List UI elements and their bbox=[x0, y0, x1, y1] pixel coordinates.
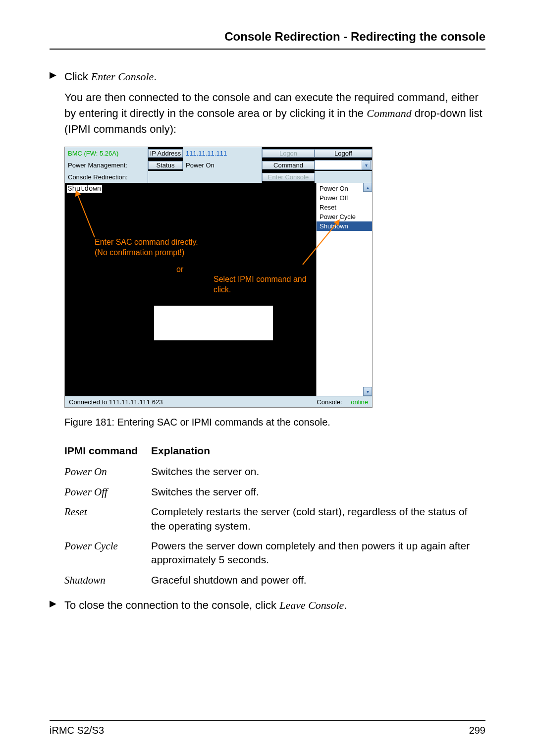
annot-line: (No confirmation prompt!) bbox=[95, 248, 198, 258]
exp-cell: Completely restarts the server (cold sta… bbox=[151, 502, 485, 536]
annotation-ipmi: Select IPMI command and click. bbox=[214, 274, 307, 295]
chevron-down-icon[interactable]: ▾ bbox=[362, 161, 371, 169]
annot-line: click. bbox=[214, 285, 307, 295]
table-row: ShutdownGraceful shutdown and power off. bbox=[64, 570, 485, 590]
ip-address-value: 111.11.11.111 bbox=[183, 147, 262, 159]
status-console-value: online bbox=[351, 398, 368, 406]
svg-line-0 bbox=[77, 194, 95, 237]
status-value: Power On bbox=[183, 159, 262, 171]
close-action: Leave Console bbox=[279, 599, 344, 611]
tooltip-box bbox=[154, 306, 273, 340]
step-close-console: ▶ To close the connection to the console… bbox=[50, 598, 485, 613]
table-row: Power CyclePowers the server down comple… bbox=[64, 536, 485, 570]
command-label: Command bbox=[262, 161, 315, 169]
svg-line-1 bbox=[303, 222, 337, 265]
status-label: Status bbox=[148, 161, 183, 169]
exp-cell: Switches the server off. bbox=[151, 482, 485, 502]
step-click-enter: ▶ Click Enter Console. bbox=[50, 69, 485, 85]
status-connection: Connected to 111.11.11.111 623 bbox=[69, 398, 162, 406]
console-area[interactable]: Shutdown ▴ Power On Power Off Reset Powe… bbox=[65, 183, 372, 396]
blank-cell bbox=[148, 171, 262, 183]
table-header-cmd: IPMI command bbox=[64, 443, 151, 462]
logon-button[interactable]: Logon bbox=[262, 149, 315, 158]
step-text: Click bbox=[64, 70, 91, 83]
bullet-icon: ▶ bbox=[50, 69, 64, 85]
command-dropdown[interactable]: ▾ bbox=[315, 160, 372, 170]
cmd-cell: Power Off bbox=[64, 482, 151, 502]
table-row: Power OffSwitches the server off. bbox=[64, 482, 485, 502]
status-console-label: Console: bbox=[317, 398, 342, 406]
cmd-cell: Power Cycle bbox=[64, 536, 151, 570]
annot-line: Enter SAC command directly. bbox=[95, 237, 198, 248]
action-name: Enter Console bbox=[91, 70, 154, 83]
close-suffix: . bbox=[344, 599, 347, 611]
step-suffix: . bbox=[154, 70, 157, 83]
annot-line: Select IPMI command and bbox=[214, 274, 307, 285]
table-row: ResetCompletely restarts the server (col… bbox=[64, 502, 485, 536]
para-b: Command bbox=[367, 107, 411, 119]
exp-cell: Switches the server on. bbox=[151, 462, 485, 482]
ip-address-label: IP Address bbox=[148, 149, 183, 158]
close-text: To close the connection to the console, … bbox=[64, 599, 279, 611]
annotation-sac: Enter SAC command directly. (No confirma… bbox=[95, 237, 198, 258]
bullet-icon: ▶ bbox=[50, 598, 64, 613]
cmd-cell: Power On bbox=[64, 462, 151, 482]
exp-cell: Graceful shutdown and power off. bbox=[151, 570, 485, 590]
cmd-cell: Shutdown bbox=[64, 570, 151, 590]
blank-cell-2 bbox=[315, 171, 372, 183]
bmc-fw-label: BMC (FW: 5.26A) bbox=[65, 147, 148, 159]
annotation-or: or bbox=[176, 265, 183, 275]
cmd-cell: Reset bbox=[64, 502, 151, 536]
page-footer: iRMC S2/S3 299 bbox=[50, 720, 485, 736]
console-screenshot: BMC (FW: 5.26A) IP Address 111.11.11.111… bbox=[64, 147, 373, 408]
footer-page-number: 299 bbox=[469, 725, 485, 736]
enter-console-button[interactable]: Enter Console bbox=[262, 173, 315, 181]
table-header-exp: Explanation bbox=[151, 443, 485, 462]
figure-caption: Figure 181: Entering SAC or IPMI command… bbox=[64, 417, 485, 428]
page-title: Console Redirection - Redirecting the co… bbox=[50, 30, 485, 50]
status-bar: Connected to 111.11.11.111 623 Console: … bbox=[65, 396, 372, 407]
footer-product: iRMC S2/S3 bbox=[50, 725, 104, 736]
ipmi-table: IPMI command Explanation Power OnSwitche… bbox=[64, 443, 485, 590]
console-redir-label: Console Redirection: bbox=[65, 171, 148, 183]
logoff-button[interactable]: Logoff bbox=[315, 149, 372, 158]
power-mgmt-label: Power Management: bbox=[65, 159, 148, 171]
exp-cell: Powers the server down completely and th… bbox=[151, 536, 485, 570]
connected-paragraph: You are then connected to the console an… bbox=[64, 90, 485, 137]
table-row: Power OnSwitches the server on. bbox=[64, 462, 485, 482]
